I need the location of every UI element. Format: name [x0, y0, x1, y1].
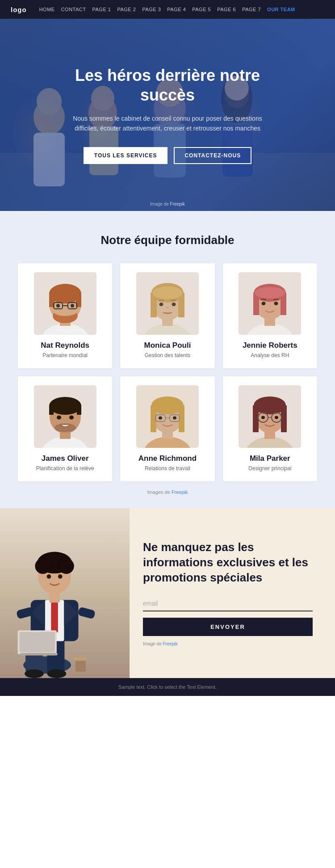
hero-credit-link[interactable]: Freepik — [170, 202, 185, 206]
team-card-2: Monica Pouli Gestion des talents — [120, 263, 214, 368]
hero-content: Les héros derrière notre succès Nous som… — [34, 66, 302, 164]
svg-point-58 — [57, 416, 61, 420]
member-role-6: Designer principal — [230, 465, 310, 472]
svg-point-57 — [54, 423, 76, 432]
team-photo-3 — [239, 272, 301, 335]
hero-section: Les héros derrière notre succès Nous som… — [0, 19, 335, 211]
svg-rect-91 — [51, 602, 58, 632]
svg-point-105 — [58, 574, 63, 579]
svg-point-37 — [152, 287, 183, 299]
svg-rect-55 — [49, 406, 54, 415]
svg-rect-98 — [78, 607, 96, 619]
person-svg-5 — [136, 385, 199, 448]
team-card-3: Jennie Roberts Analyse des RH — [223, 263, 317, 368]
member-role-2: Gestion des talents — [127, 352, 207, 358]
hero-buttons: TOUS LES SERVICES CONTACTEZ-NOUS — [60, 147, 275, 164]
svg-point-39 — [172, 303, 176, 306]
team-card-5: Anne Richmond Relations de travail — [120, 376, 214, 481]
team-card-1: Nat Reynolds Partenaire mondial — [18, 263, 112, 368]
svg-rect-78 — [281, 405, 287, 432]
member-name-2: Monica Pouli — [127, 341, 207, 350]
nav-links: HOME CONTACT PAGE 1 PAGE 2 PAGE 3 PAGE 4… — [39, 7, 324, 12]
nav-home[interactable]: HOME — [39, 7, 55, 12]
member-name-1: Nat Reynolds — [25, 341, 105, 350]
member-role-3: Analyse des RH — [230, 352, 310, 358]
nav-page7[interactable]: PAGE 7 — [242, 7, 261, 12]
svg-point-49 — [274, 302, 278, 305]
svg-rect-107 — [75, 657, 87, 661]
person-svg-3 — [239, 272, 301, 335]
person-svg-2 — [136, 272, 199, 335]
svg-point-54 — [49, 397, 81, 415]
member-role-1: Partenaire mondial — [25, 352, 105, 358]
svg-point-88 — [47, 670, 67, 678]
team-credit-link[interactable]: Freepik — [172, 489, 188, 495]
svg-point-48 — [262, 302, 266, 305]
newsletter-credit-link[interactable]: Freepik — [163, 641, 177, 646]
newsletter-title: Ne manquez pas les informations exclusiv… — [143, 540, 313, 585]
navbar: logo HOME CONTACT PAGE 1 PAGE 2 PAGE 3 P… — [0, 0, 335, 19]
svg-point-47 — [255, 287, 285, 299]
nav-page4[interactable]: PAGE 4 — [167, 7, 186, 12]
svg-point-59 — [69, 416, 74, 420]
team-photo-6 — [239, 385, 301, 448]
svg-point-87 — [25, 670, 44, 678]
newsletter-photo — [0, 508, 130, 678]
svg-point-29 — [71, 304, 74, 308]
nav-our-team[interactable]: OUR TEAM — [267, 7, 295, 12]
team-card-4: James Oliver Planification de la relève — [18, 376, 112, 481]
person-svg-1 — [34, 272, 96, 335]
team-photo-1 — [34, 272, 96, 335]
svg-point-71 — [173, 417, 176, 420]
team-title: Notre équipe formidable — [18, 233, 317, 247]
nav-page1[interactable]: PAGE 1 — [92, 7, 111, 12]
nav-contact[interactable]: CONTACT — [61, 7, 86, 12]
member-name-4: James Oliver — [25, 454, 105, 463]
svg-point-103 — [59, 558, 74, 574]
svg-rect-77 — [253, 405, 259, 432]
member-name-3: Jennie Roberts — [230, 341, 310, 350]
svg-point-70 — [159, 417, 162, 420]
logo: logo — [11, 6, 27, 13]
svg-point-102 — [35, 558, 50, 574]
nav-page5[interactable]: PAGE 5 — [192, 7, 211, 12]
newsletter-credit: Image de Freepik — [143, 641, 313, 646]
nav-page2[interactable]: PAGE 2 — [117, 7, 136, 12]
person-svg-4 — [34, 385, 96, 448]
team-card-6: Mila Parker Designer principal — [223, 376, 317, 481]
svg-point-82 — [261, 416, 265, 419]
services-button[interactable]: TOUS LES SERVICES — [84, 147, 168, 164]
member-role-5: Relations de travail — [127, 465, 207, 472]
businessman-illustration — [4, 531, 107, 678]
svg-point-28 — [56, 304, 60, 308]
footer-text: Sample text. Click to select the Text El… — [118, 684, 217, 690]
email-input[interactable] — [143, 596, 313, 611]
hero-credit: Image de Freepik — [150, 202, 185, 206]
team-photo-5 — [136, 385, 199, 448]
svg-rect-56 — [77, 406, 81, 415]
person-svg-6 — [239, 385, 301, 448]
team-credit: Images de Freepik — [18, 489, 317, 495]
hero-subtitle: Nous sommes le cabinet de conseil connu … — [60, 114, 275, 134]
team-grid: Nat Reynolds Partenaire mondial — [18, 263, 317, 481]
newsletter-content: Ne manquez pas les informations exclusiv… — [130, 508, 335, 678]
svg-rect-97 — [20, 653, 57, 656]
team-photo-2 — [136, 272, 199, 335]
footer: Sample text. Click to select the Text El… — [0, 678, 335, 696]
svg-rect-96 — [19, 632, 55, 652]
team-section: Notre équipe formidable — [0, 211, 335, 508]
newsletter-section: Ne manquez pas les informations exclusiv… — [0, 508, 335, 678]
contact-button[interactable]: CONTACTEZ-NOUS — [174, 147, 251, 164]
team-photo-4 — [34, 385, 96, 448]
svg-point-83 — [275, 416, 278, 419]
send-button[interactable]: ENVOYER — [143, 618, 313, 636]
svg-point-104 — [47, 574, 51, 579]
member-role-4: Planification de la relève — [25, 465, 105, 472]
nav-page3[interactable]: PAGE 3 — [142, 7, 161, 12]
nav-page6[interactable]: PAGE 6 — [217, 7, 236, 12]
svg-point-38 — [159, 303, 163, 306]
member-name-6: Mila Parker — [230, 454, 310, 463]
member-name-5: Anne Richmond — [127, 454, 207, 463]
hero-title: Les héros derrière notre succès — [60, 66, 275, 104]
